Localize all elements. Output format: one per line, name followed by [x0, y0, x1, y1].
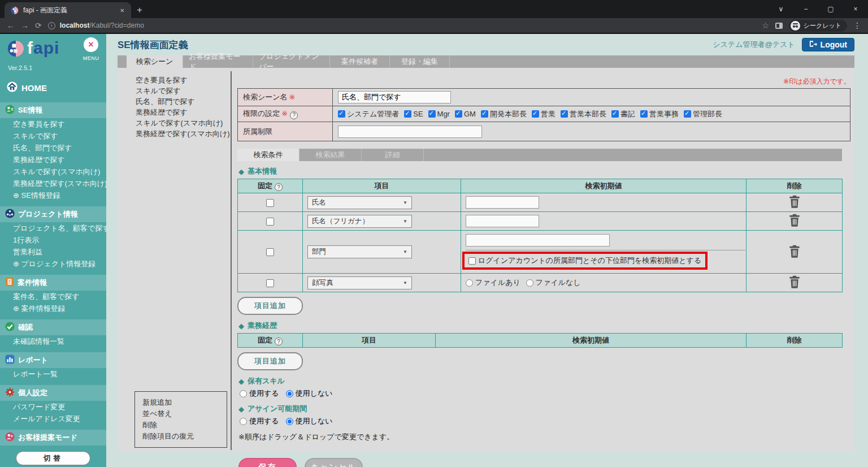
browser-menu-icon[interactable]: ⋮: [853, 21, 861, 30]
subtab-search-results[interactable]: 検索結果: [300, 149, 362, 161]
side-panel-icon[interactable]: [775, 23, 783, 29]
trash-icon[interactable]: [789, 275, 800, 290]
login-dept-checkbox[interactable]: [468, 257, 476, 265]
permission-option[interactable]: 営業: [532, 109, 555, 119]
permission-option[interactable]: 営業事務: [640, 109, 679, 119]
window-maximize-icon[interactable]: ▢: [818, 0, 843, 18]
sidebar-item[interactable]: 未確認情報一覧: [0, 335, 106, 347]
radio-use[interactable]: 使用する: [240, 416, 279, 426]
tab-close-icon[interactable]: ×: [119, 6, 125, 15]
dept-initial-input[interactable]: [466, 234, 610, 247]
back-icon[interactable]: ←: [7, 21, 15, 30]
scene-list-item[interactable]: スキルで探す(スマホ向け): [136, 118, 231, 128]
sidebar-section-kakunin[interactable]: 確認: [0, 319, 106, 335]
address-bar[interactable]: i localhost/Kabul/?cid=demo: [48, 21, 756, 29]
bookmark-star-icon[interactable]: ☆: [762, 21, 769, 30]
radio-not-use[interactable]: 使用しない: [286, 416, 333, 426]
menu-close-button[interactable]: × MENU: [81, 37, 101, 62]
radio-use[interactable]: 使用する: [240, 388, 279, 399]
forward-icon[interactable]: →: [21, 21, 29, 30]
help-icon[interactable]: ?: [275, 183, 283, 191]
scene-list-item[interactable]: 空き要員を探す: [136, 75, 231, 85]
close-icon[interactable]: ×: [84, 37, 98, 52]
sidebar-item[interactable]: パスワード変更: [0, 401, 106, 413]
sidebar-item[interactable]: スキルで探す: [0, 130, 106, 142]
permission-option[interactable]: システム管理者: [338, 109, 399, 119]
add-item-button[interactable]: 項目追加: [237, 352, 303, 370]
trash-icon[interactable]: [789, 214, 800, 228]
sidebar-item[interactable]: 氏名、部門で探す: [0, 142, 106, 154]
sidebar-section-anken[interactable]: 案件情報: [0, 275, 106, 291]
scene-list-item[interactable]: 業務経歴で探す: [136, 107, 231, 118]
fixed-checkbox[interactable]: [266, 279, 274, 287]
scene-action-delete[interactable]: 削除: [142, 420, 227, 431]
help-icon[interactable]: ?: [275, 338, 283, 345]
scene-list-item[interactable]: スキルで探す: [136, 85, 231, 96]
tab-project-member[interactable]: プロジェクトメンバー: [253, 55, 330, 68]
sidebar-item[interactable]: 1行表示: [0, 234, 106, 246]
cancel-button[interactable]: キャンセル: [305, 458, 363, 467]
permission-option[interactable]: Mgr: [428, 110, 450, 118]
scene-action-restore[interactable]: 削除項目の復元: [142, 431, 227, 442]
affiliation-input[interactable]: [338, 126, 482, 138]
tab-search-scene[interactable]: 検索シーン: [127, 55, 183, 68]
permission-option[interactable]: 書記: [611, 109, 635, 119]
sidebar-section-settings[interactable]: 個人設定: [0, 385, 106, 401]
subtab-details[interactable]: 詳細: [362, 149, 424, 161]
tab-register-edit[interactable]: 登録・編集: [390, 55, 450, 68]
sidebar-item[interactable]: 業務経歴で探す: [0, 154, 106, 166]
sidebar-item[interactable]: 営業利益: [0, 246, 106, 258]
sidebar-section-se[interactable]: SE情報: [0, 102, 106, 118]
trash-icon[interactable]: [789, 195, 800, 210]
sidebar-item[interactable]: 空き要員を探す: [0, 118, 106, 130]
add-item-button[interactable]: 項目追加: [237, 297, 303, 315]
scene-list-item[interactable]: 氏名、部門で探す: [136, 96, 231, 107]
sidebar-item[interactable]: プロジェクト名、顧客で探す: [0, 222, 106, 234]
browser-tab[interactable]: fapi - 画面定義 ×: [5, 2, 131, 18]
item-select[interactable]: 氏名（フリガナ）▼: [307, 215, 412, 228]
sidebar-item[interactable]: レポート一覧: [0, 368, 106, 380]
scene-name-input[interactable]: [338, 91, 451, 103]
radio-file-none[interactable]: ファイルなし: [526, 278, 581, 288]
new-tab-button[interactable]: +: [131, 2, 148, 18]
app-logo[interactable]: fapi: [27, 38, 59, 58]
sidebar-item[interactable]: ⊕ SE情報登録: [0, 189, 106, 201]
radio-file-exists[interactable]: ファイルあり: [466, 278, 520, 288]
help-icon[interactable]: ?: [290, 111, 298, 119]
tab-customer-mode[interactable]: お客様提案モード: [183, 55, 253, 68]
fixed-checkbox[interactable]: [266, 218, 274, 226]
fixed-checkbox[interactable]: [266, 248, 274, 256]
sidebar-item[interactable]: ⊕ 案件情報登録: [0, 302, 106, 314]
logout-button[interactable]: Logout: [802, 38, 854, 51]
save-button[interactable]: 保存: [238, 458, 297, 467]
sidebar-section-project[interactable]: プロジェクト情報: [0, 206, 106, 222]
scene-action-add[interactable]: 新規追加: [142, 397, 227, 408]
scene-action-sort[interactable]: 並べ替え: [142, 408, 227, 420]
sidebar-item[interactable]: ⊕ プロジェクト情報登録: [0, 258, 106, 270]
permission-option[interactable]: GM: [455, 110, 476, 118]
window-menu-icon[interactable]: ∨: [769, 0, 793, 18]
window-close-icon[interactable]: ×: [843, 0, 868, 18]
subtab-search-conditions[interactable]: 検索条件: [237, 149, 300, 161]
switch-mode-button[interactable]: 切替: [16, 451, 90, 465]
fixed-checkbox[interactable]: [266, 199, 274, 207]
initial-value-input[interactable]: [466, 215, 539, 227]
sidebar-section-report[interactable]: レポート: [0, 352, 106, 368]
scene-list-item[interactable]: 業務経歴で探す(スマホ向け): [136, 128, 231, 139]
sidebar-item-home[interactable]: HOME: [0, 78, 106, 97]
sidebar-item[interactable]: メールアドレス変更: [0, 413, 106, 425]
sidebar-item[interactable]: 業務経歴で探す(スマホ向け): [0, 178, 106, 189]
permission-option[interactable]: 営業本部長: [561, 109, 606, 119]
sidebar-item[interactable]: スキルで探す(スマホ向け): [0, 166, 106, 178]
window-minimize-icon[interactable]: −: [793, 0, 818, 18]
site-info-icon[interactable]: i: [48, 22, 55, 29]
permission-option[interactable]: 開発本部長: [481, 109, 527, 119]
item-select[interactable]: 氏名▼: [307, 196, 412, 209]
reload-icon[interactable]: ⟳: [35, 21, 42, 30]
radio-not-use[interactable]: 使用しない: [286, 388, 333, 399]
trash-icon[interactable]: [789, 245, 800, 260]
item-select[interactable]: 部門▼: [307, 245, 412, 258]
permission-option[interactable]: 管理部長: [684, 109, 722, 119]
sidebar-item[interactable]: 案件名、顧客で探す: [0, 291, 106, 302]
tab-candidate[interactable]: 案件候補者: [330, 55, 390, 68]
